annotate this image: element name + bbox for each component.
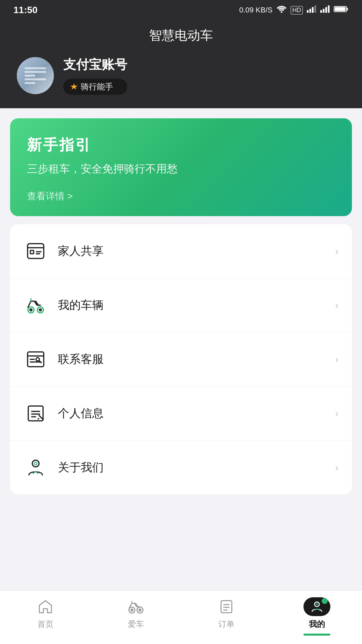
menu-item-personal-info[interactable]: 个人信息 › (10, 387, 352, 441)
svg-point-20 (39, 309, 41, 311)
status-time: 11:50 (13, 5, 38, 15)
tab-orders-label: 订单 (218, 619, 234, 630)
svg-point-39 (139, 609, 141, 611)
badge-heart-icon (70, 83, 78, 90)
svg-point-19 (30, 309, 32, 311)
signal-bars2-icon (320, 5, 330, 15)
guide-subtitle: 三步租车，安全免押骑行不用愁 (27, 162, 335, 176)
profile-info: 支付宝账号 骑行能手 (63, 56, 127, 95)
battery-icon (334, 5, 349, 15)
svg-rect-5 (320, 10, 322, 13)
customer-service-icon (24, 347, 48, 371)
tab-mine-label: 我的 (309, 619, 325, 630)
chevron-right-icon-1: › (335, 245, 338, 257)
personal-info-icon (24, 401, 48, 426)
svg-point-38 (131, 609, 133, 611)
menu-item-my-vehicle[interactable]: 我的车辆 › (10, 278, 352, 332)
about-us-icon (24, 455, 48, 480)
vehicle-icon (24, 293, 48, 317)
svg-point-35 (34, 462, 37, 465)
svg-rect-3 (312, 7, 314, 13)
svg-rect-2 (310, 9, 311, 13)
svg-point-46 (316, 603, 318, 605)
menu-item-customer-service[interactable]: 联系客服 › (10, 332, 352, 387)
mine-tab-dot (322, 598, 328, 604)
guide-title: 新手指引 (27, 135, 335, 155)
svg-line-32 (39, 415, 43, 419)
menu-label-about-us: 关于我们 (58, 460, 335, 475)
badge-label: 骑行能手 (81, 81, 113, 92)
mine-tab-icon-bg (303, 597, 330, 616)
wifi-icon (277, 5, 287, 15)
menu-label-personal-info: 个人信息 (58, 406, 335, 421)
tab-orders[interactable]: 订单 (181, 597, 272, 630)
svg-rect-14 (30, 250, 34, 254)
status-bar: 11:50 0.09 KB/S HD (0, 0, 362, 20)
menu-item-about-us[interactable]: 关于我们 › (10, 441, 352, 494)
guide-link[interactable]: 查看详情 > (27, 190, 335, 203)
svg-rect-8 (328, 5, 330, 13)
chevron-right-icon-3: › (335, 354, 338, 365)
chevron-right-icon-2: › (335, 299, 338, 311)
menu-item-family-share[interactable]: 家人共享 › (10, 224, 352, 278)
guide-card[interactable]: 新手指引 三步租车，安全免押骑行不用愁 查看详情 > (10, 118, 352, 216)
tab-mine[interactable]: 我的 (272, 597, 362, 636)
tab-bike[interactable]: 爱车 (90, 597, 181, 630)
menu-label-vehicle: 我的车辆 (58, 297, 335, 313)
hd-icon: HD (291, 6, 303, 14)
svg-rect-1 (307, 10, 309, 13)
svg-rect-6 (323, 9, 325, 13)
status-right: 0.09 KB/S HD (239, 5, 349, 15)
menu-label-customer-service: 联系客服 (58, 352, 335, 367)
tab-home[interactable]: 首页 (0, 597, 90, 630)
signal-bars-icon (307, 5, 316, 15)
svg-rect-10 (347, 8, 348, 10)
user-badge: 骑行能手 (63, 79, 127, 95)
svg-rect-7 (325, 7, 327, 13)
home-tab-icon (36, 597, 55, 616)
svg-point-0 (281, 11, 283, 13)
tab-bar: 首页 爱车 订单 (0, 590, 362, 644)
app-title: 智慧电动车 (149, 27, 213, 44)
family-share-icon (24, 239, 48, 263)
tab-home-label: 首页 (37, 619, 53, 630)
chevron-right-icon-4: › (335, 408, 338, 419)
avatar (17, 57, 54, 94)
bike-tab-icon (126, 597, 145, 616)
header: 智慧电动车 支付宝账号 骑行能手 (0, 20, 362, 108)
tab-bike-label: 爱车 (128, 619, 144, 630)
tab-active-indicator (303, 634, 330, 636)
chevron-right-icon-5: › (335, 462, 338, 473)
menu-card: 家人共享 › 我的车辆 › (10, 224, 352, 494)
main-content: 新手指引 三步租车，安全免押骑行不用愁 查看详情 > 家人共享 › (0, 108, 362, 590)
svg-point-34 (32, 460, 39, 467)
svg-point-45 (314, 602, 319, 607)
svg-rect-28 (28, 406, 43, 421)
svg-rect-4 (315, 5, 316, 13)
orders-tab-icon (217, 597, 236, 616)
profile-row: 支付宝账号 骑行能手 (0, 56, 362, 95)
status-network: 0.09 KB/S (239, 6, 273, 14)
profile-name: 支付宝账号 (63, 56, 127, 73)
svg-rect-41 (221, 601, 232, 613)
menu-label-family-share: 家人共享 (58, 243, 335, 259)
svg-rect-11 (335, 7, 346, 11)
